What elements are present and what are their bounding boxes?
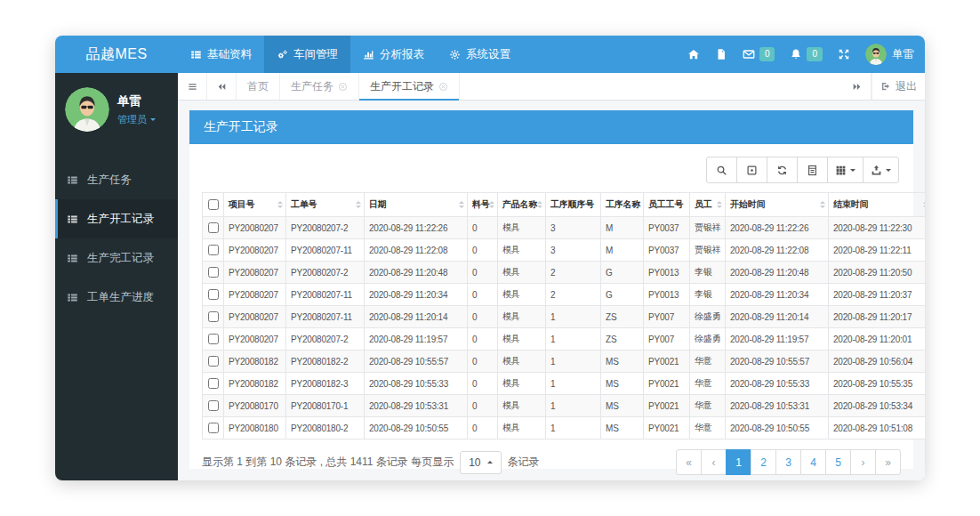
column-label: 项目号	[229, 199, 254, 209]
table-cell: 2020-08-29 11:20:37	[829, 284, 926, 306]
table-row[interactable]: PY20080207PY20080207-112020-08-29 11:20:…	[203, 306, 926, 328]
sort-icon	[459, 201, 464, 208]
column-header[interactable]: 产品名称	[498, 193, 546, 217]
table-cell: 模具	[498, 417, 546, 439]
table-cell: 1	[546, 395, 601, 417]
pagination-summary: 显示第 1 到第 10 条记录 , 总共 1411 条记录 每页显示 10 条记…	[202, 451, 540, 474]
column-header[interactable]: 日期	[365, 193, 468, 217]
fullscreen-button[interactable]	[838, 48, 850, 60]
table-cell: 0	[468, 417, 498, 439]
columns-button[interactable]	[827, 157, 864, 183]
table-cell: 徐盛勇	[690, 306, 726, 328]
table-row[interactable]: PY20080182PY20080182-32020-08-29 10:55:3…	[203, 373, 926, 395]
table-cell: 0	[468, 284, 498, 306]
row-checkbox[interactable]	[208, 400, 219, 411]
tab-home[interactable]: 首页	[237, 73, 280, 100]
column-header[interactable]: 员工	[690, 193, 726, 217]
app-window: 品越MES 基础资料车间管理分析报表系统设置 0 0 单雷	[55, 36, 925, 480]
file-button[interactable]	[715, 48, 727, 60]
nav-item-system-settings[interactable]: 系统设置	[437, 36, 523, 73]
tab-production-tasks[interactable]: 生产任务	[280, 73, 359, 100]
row-checkbox[interactable]	[208, 311, 219, 322]
table-row[interactable]: PY20080207PY20080207-22020-08-29 11:22:2…	[203, 217, 926, 239]
select-all-checkbox[interactable]	[208, 199, 219, 210]
brand-logo[interactable]: 品越MES	[55, 36, 178, 73]
tab-production-start-records[interactable]: 生产开工记录	[359, 73, 460, 100]
table-row[interactable]: PY20080182PY20080182-22020-08-29 10:55:5…	[203, 351, 926, 373]
search-button[interactable]	[706, 157, 737, 183]
column-header: 工序顺序号	[546, 193, 601, 217]
refresh-button[interactable]	[767, 157, 798, 183]
page-button-2[interactable]: 2	[751, 449, 776, 475]
page-button-next[interactable]: ›	[850, 449, 876, 475]
th-list-icon	[67, 292, 78, 303]
column-header[interactable]: 开始时间	[726, 193, 829, 217]
sidebar-item-label: 生产完工记录	[87, 251, 154, 266]
toggle-view-button[interactable]	[797, 157, 828, 183]
tabs-scroll-left-button[interactable]	[207, 73, 237, 100]
records-panel: 生产开工记录 项目号工单号日期料号产品名称工序顺序号工序名称员工工号员工开始时间…	[189, 110, 913, 469]
table-row[interactable]: PY20080207PY20080207-22020-08-29 11:20:4…	[203, 262, 926, 284]
table-cell: PY20080207	[224, 328, 286, 351]
table-cell: PY20080207	[224, 239, 286, 262]
export-button[interactable]	[863, 157, 899, 183]
nav-item-basic-data[interactable]: 基础资料	[178, 36, 264, 73]
table-cell: M	[601, 217, 644, 239]
row-checkbox[interactable]	[208, 267, 219, 278]
table-cell: G	[601, 262, 644, 284]
square-dot-icon	[746, 165, 758, 176]
column-header[interactable]: 料号	[468, 193, 498, 217]
sidebar-item-work-order-progress[interactable]: 工单生产进度	[55, 278, 178, 317]
navbar-user-menu[interactable]: 单雷	[865, 44, 914, 65]
sort-icon	[820, 201, 825, 208]
table-row[interactable]: PY20080207PY20080207-112020-08-29 11:20:…	[203, 284, 926, 306]
row-checkbox[interactable]	[208, 222, 219, 233]
column-header[interactable]: 工单号	[286, 193, 365, 217]
page-button-4[interactable]: 4	[800, 449, 826, 475]
table-row[interactable]: PY20080180PY20080180-22020-08-29 10:50:5…	[203, 417, 926, 439]
notifications-button[interactable]: 0	[790, 47, 823, 61]
logout-button[interactable]: 退出	[872, 73, 925, 100]
row-checkbox[interactable]	[208, 423, 219, 433]
row-checkbox[interactable]	[208, 245, 219, 255]
column-label: 工序名称	[606, 199, 640, 209]
nav-item-analysis-reports[interactable]: 分析报表	[350, 36, 437, 73]
page-button-prev[interactable]: ‹	[701, 449, 727, 475]
table-cell: 2020-08-29 10:56:04	[829, 351, 926, 373]
row-checkbox[interactable]	[208, 289, 219, 300]
sidebar-item-label: 生产开工记录	[87, 212, 154, 227]
column-header[interactable]: 项目号	[224, 193, 286, 217]
page-button-last[interactable]: »	[875, 449, 901, 475]
sidebar-item-production-tasks[interactable]: 生产任务	[55, 160, 178, 199]
row-checkbox[interactable]	[208, 378, 219, 389]
tabs-scroll-right-button[interactable]	[842, 73, 872, 100]
sidebar-user-role: 管理员	[117, 113, 147, 126]
table-cell: 模具	[498, 328, 546, 351]
page-button-3[interactable]: 3	[775, 449, 801, 475]
messages-button[interactable]: 0	[743, 47, 775, 61]
page-button-1[interactable]: 1	[726, 449, 751, 475]
page-size-value: 10	[469, 456, 480, 469]
column-header[interactable]: 结束时间	[829, 193, 926, 217]
role-dropdown[interactable]: 管理员	[117, 113, 156, 126]
table-row[interactable]: PY20080170PY20080170-12020-08-29 10:53:3…	[203, 395, 926, 417]
sidebar-toggle-button[interactable]	[178, 73, 207, 100]
table-row[interactable]: PY20080207PY20080207-22020-08-29 11:19:5…	[203, 328, 926, 351]
pagination-switch-button[interactable]	[736, 157, 767, 183]
table-cell: 2020-08-29 11:22:11	[829, 239, 926, 262]
column-header: 员工工号	[644, 193, 690, 217]
row-checkbox[interactable]	[208, 334, 219, 344]
table-cell: 2020-08-29 11:20:48	[726, 262, 829, 284]
home-button[interactable]	[687, 48, 700, 60]
file-icon	[715, 48, 727, 60]
page-size-dropdown[interactable]: 10	[460, 451, 501, 474]
sidebar-item-label: 工单生产进度	[87, 290, 154, 305]
nav-item-workshop-management[interactable]: 车间管理	[264, 36, 350, 73]
table-cell: 0	[468, 217, 498, 239]
page-button-5[interactable]: 5	[825, 449, 851, 475]
sidebar-item-production-finish-records[interactable]: 生产完工记录	[55, 238, 178, 278]
table-row[interactable]: PY20080207PY20080207-112020-08-29 11:22:…	[203, 239, 926, 262]
row-checkbox[interactable]	[208, 356, 219, 367]
page-button-first[interactable]: «	[676, 449, 702, 475]
sidebar-item-production-start-records[interactable]: 生产开工记录	[55, 199, 178, 238]
